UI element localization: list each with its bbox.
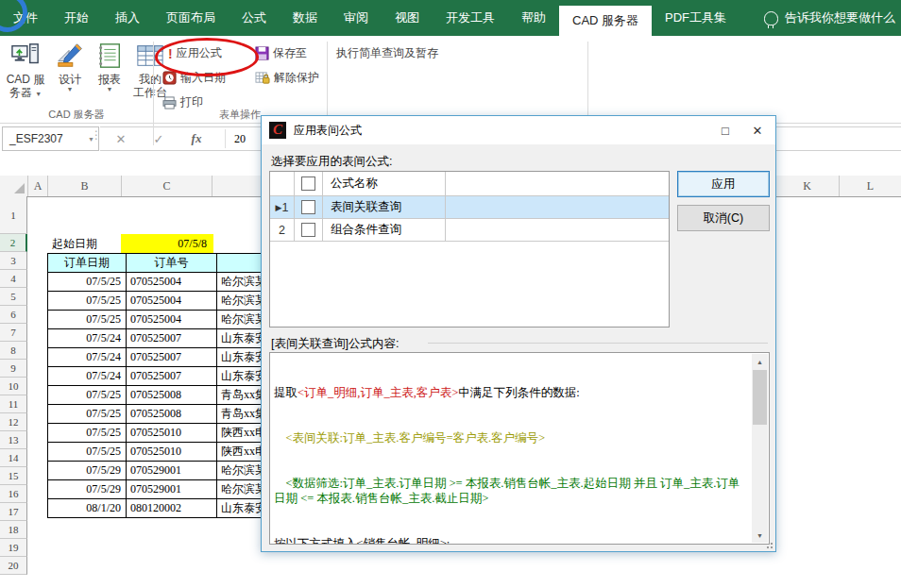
chevron-down-icon: ▼ — [35, 91, 42, 97]
row-header-7[interactable]: 7 — [0, 324, 27, 342]
scrollbar-up-icon[interactable]: ▲ — [752, 354, 768, 369]
tab-data[interactable]: 数据 — [280, 0, 331, 36]
cell-order-date[interactable]: 07/5/25 — [48, 273, 127, 292]
row-header-18[interactable]: 18 — [0, 521, 27, 539]
fx-icon[interactable]: fx — [183, 127, 210, 150]
cell-order-no[interactable]: 070525008 — [127, 405, 217, 424]
resize-grip[interactable] — [763, 539, 773, 548]
apply-button[interactable]: 应用 — [677, 171, 770, 197]
cell-order-date[interactable]: 07/5/29 — [48, 462, 127, 480]
header-order-no[interactable]: 订单号 — [127, 254, 217, 273]
cell-order-no[interactable]: 070525007 — [127, 367, 217, 386]
row-header-1[interactable]: 1 — [0, 196, 27, 234]
design-icon — [56, 42, 84, 70]
cell-order-no[interactable]: 070525010 — [127, 424, 217, 443]
tab-page-layout[interactable]: 页面布局 — [153, 0, 229, 36]
save-to-button[interactable]: 保存至 — [255, 45, 307, 61]
dialog-title-bar[interactable]: C 应用表间公式 □ ✕ — [262, 116, 775, 144]
cancel-button[interactable]: 取消(C) — [677, 205, 770, 231]
tab-view[interactable]: 视图 — [382, 0, 433, 36]
cell-order-no[interactable]: 070525008 — [127, 386, 217, 405]
row-header-9[interactable]: 9 — [0, 360, 27, 378]
row-header-8[interactable]: 8 — [0, 342, 27, 360]
row-header-15[interactable]: 15 — [0, 467, 27, 485]
report-button[interactable]: 报表 ▼ — [91, 42, 128, 93]
chevron-down-icon: ▼ — [107, 86, 113, 93]
tab-home[interactable]: 开始 — [51, 0, 102, 36]
column-header-a[interactable]: A — [28, 176, 48, 196]
row-header-2[interactable]: 2 — [0, 234, 27, 252]
tab-pdf-tools[interactable]: PDF工具集 — [652, 0, 740, 36]
cell-order-no[interactable]: 070525007 — [127, 329, 217, 348]
column-header-l[interactable]: L — [840, 176, 901, 196]
column-header-c[interactable]: C — [122, 176, 212, 196]
name-box[interactable]: _ESF2307 ▼ — [2, 126, 99, 151]
select-all-corner[interactable] — [0, 176, 28, 196]
cell-order-date[interactable]: 07/5/25 — [48, 405, 127, 424]
scrollbar[interactable]: ▲ ▼ — [752, 354, 768, 543]
column-header-b[interactable]: B — [48, 176, 122, 196]
select-all-checkbox[interactable] — [301, 176, 315, 191]
cell-order-date[interactable]: 07/5/25 — [48, 292, 127, 311]
tab-insert[interactable]: 插入 — [102, 0, 153, 36]
cell-order-no[interactable]: 070529001 — [127, 462, 217, 480]
cad-server-button[interactable]: CAD 服 务器 ▼ — [4, 42, 47, 99]
cell-order-date[interactable]: 07/5/24 — [48, 348, 127, 367]
cell-order-no[interactable]: 070529001 — [127, 480, 217, 499]
formula-content-box[interactable]: 提取<订单_明细,订单_主表,客户表>中满足下列条件的数据: <表间关联:订单_… — [269, 352, 770, 545]
row-header-3[interactable]: 3 — [0, 252, 27, 270]
cell-start-date-label[interactable]: 起始日期 — [47, 234, 121, 253]
formula-grid-row-2[interactable]: 2 组合条件查询 — [270, 219, 669, 242]
row-header-14[interactable]: 14 — [0, 449, 27, 467]
row-header-13[interactable]: 13 — [0, 431, 27, 449]
tab-review[interactable]: 审阅 — [331, 0, 382, 36]
cell-order-date[interactable]: 08/1/20 — [48, 499, 127, 518]
formula-cancel-icon[interactable]: ✕ — [108, 127, 134, 150]
row-header-17[interactable]: 17 — [0, 503, 27, 521]
cell-order-date[interactable]: 07/5/25 — [48, 424, 127, 443]
row-header-10[interactable]: 10 — [0, 378, 27, 395]
design-button[interactable]: 设计 ▼ — [51, 42, 89, 93]
cell-order-date[interactable]: 07/5/29 — [48, 480, 127, 499]
formula-grid-row-1[interactable]: ▶ 1 表间关联查询 — [270, 196, 669, 219]
tab-formulas[interactable]: 公式 — [229, 0, 280, 36]
workbench-button-label-1: 我的 — [139, 73, 162, 86]
cell-order-no[interactable]: 070525010 — [127, 443, 217, 462]
formula-confirm-icon[interactable]: ✓ — [145, 127, 172, 150]
cell-order-no[interactable]: 070525007 — [127, 348, 217, 367]
cell-order-no[interactable]: 070525004 — [127, 292, 217, 311]
cell-order-no[interactable]: 070525004 — [127, 273, 217, 292]
cell-order-date[interactable]: 07/5/25 — [48, 386, 127, 405]
scrollbar-thumb[interactable] — [753, 370, 767, 425]
cell-order-date[interactable]: 07/5/25 — [48, 311, 127, 329]
cell-order-date[interactable]: 07/5/24 — [48, 367, 127, 386]
column-header-k[interactable]: K — [775, 176, 840, 196]
dialog-maximize-button[interactable]: □ — [709, 116, 741, 144]
cell-order-date[interactable]: 07/5/25 — [48, 443, 127, 462]
row-header-5[interactable]: 5 — [0, 288, 27, 306]
formula-checkbox-1[interactable] — [301, 200, 315, 214]
tab-developer[interactable]: 开发工具 — [433, 0, 508, 36]
cell-start-date-value[interactable]: 07/5/8 — [121, 234, 213, 253]
row-header-19[interactable]: 19 — [0, 539, 27, 557]
row-header-16[interactable]: 16 — [0, 485, 27, 503]
dialog-close-button[interactable]: ✕ — [741, 116, 774, 144]
ribbon-tab-bar: 文件 开始 插入 页面布局 公式 数据 审阅 视图 开发工具 帮助 CAD 服务… — [0, 0, 901, 36]
header-order-date[interactable]: 订单日期 — [48, 254, 127, 273]
formula-checkbox-2[interactable] — [301, 223, 315, 237]
row-header-11[interactable]: 11 — [0, 395, 27, 413]
cell-order-no[interactable]: 080120002 — [127, 499, 217, 518]
tab-cad-server[interactable]: CAD 服务器 — [559, 6, 652, 36]
tell-me-box[interactable]: 告诉我你想要做什么 — [764, 0, 895, 36]
row-header-20[interactable]: 20 — [0, 557, 27, 575]
cell-order-date[interactable]: 07/5/24 — [48, 329, 127, 348]
row-header-4[interactable]: 4 — [0, 270, 27, 288]
row-header-12[interactable]: 12 — [0, 413, 27, 431]
cell-order-no[interactable]: 070525004 — [127, 311, 217, 329]
row-header-6[interactable]: 6 — [0, 306, 27, 324]
report-button-label: 报表 — [98, 73, 121, 86]
quick-query-button[interactable]: 执行简单查询及暂存 — [336, 45, 438, 61]
tab-help[interactable]: 帮助 — [508, 0, 559, 36]
unprotect-button[interactable]: 解除保护 — [255, 70, 319, 86]
formula-grid: 公式名称 ▶ 1 表间关联查询 2 组合条件查询 — [269, 171, 670, 328]
